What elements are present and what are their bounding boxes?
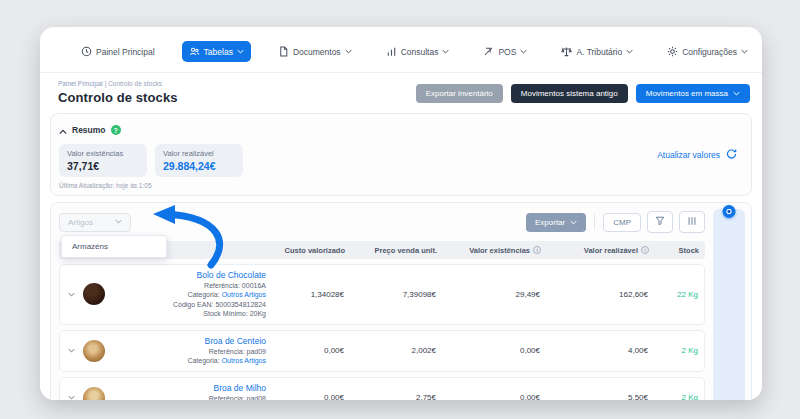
bar-chart-icon bbox=[386, 46, 397, 57]
old-system-movements-button[interactable]: Movimentos sistema antigo bbox=[511, 84, 628, 103]
export-inventory-button[interactable]: Exportar inventário bbox=[416, 84, 503, 103]
breadcrumb-separator: | bbox=[105, 80, 107, 87]
nav-consultas[interactable]: Consultas bbox=[379, 41, 457, 62]
chevron-down-icon bbox=[115, 218, 122, 227]
nav-a-tributario[interactable]: A. Tributário bbox=[554, 41, 640, 62]
cell-preco: 2,002€ bbox=[344, 346, 436, 355]
cell-valor-existencias: 29,49€ bbox=[436, 290, 540, 299]
dot-icon bbox=[727, 209, 732, 214]
article-name-link[interactable]: Broa de Milho bbox=[109, 383, 266, 393]
article-reference: Referência: pad08 bbox=[109, 394, 266, 400]
article-min-stock: Stock Mínimo: 20Kg bbox=[109, 309, 266, 318]
column-stock[interactable]: Stock bbox=[649, 246, 701, 255]
column-label: Valor existências bbox=[469, 246, 530, 255]
chevron-down-icon bbox=[520, 49, 527, 54]
column-preco-venda[interactable]: Preço venda unit. bbox=[345, 246, 437, 255]
article-reference: Referência: 00016A bbox=[109, 281, 266, 290]
bulk-movements-label: Movimentos em massa bbox=[646, 89, 728, 98]
nav-label: Painel Principal bbox=[96, 47, 155, 57]
export-button-label: Exportar bbox=[535, 218, 565, 227]
article-info: Broa de Milho Referência: pad08 Categori… bbox=[109, 383, 266, 400]
menu-item-armazens[interactable]: Armazéns bbox=[62, 236, 166, 257]
expand-chevron-icon[interactable] bbox=[64, 347, 79, 354]
chevron-down-icon bbox=[570, 218, 577, 227]
refresh-values-link[interactable]: Atualizar valores bbox=[657, 148, 737, 161]
document-icon bbox=[278, 46, 289, 57]
nav-label: POS bbox=[498, 47, 516, 57]
cell-custo: 0,00€ bbox=[266, 346, 344, 355]
column-custo-valorizado[interactable]: Custo valorizado bbox=[267, 246, 345, 255]
summary-panel: Resumo ? Valor existências 37,71€ Valor … bbox=[50, 113, 752, 196]
nav-documentos[interactable]: Documentos bbox=[271, 41, 359, 62]
refresh-link-label: Atualizar valores bbox=[657, 150, 720, 160]
article-reference: Referência: pad09 bbox=[109, 347, 266, 356]
breadcrumb-parent[interactable]: Painel Principal bbox=[58, 80, 103, 87]
cell-valor-existencias: 0,00€ bbox=[436, 393, 540, 400]
article-category: Categoria: Outros Artigos bbox=[109, 356, 266, 365]
nav-painel-principal[interactable]: Painel Principal bbox=[74, 41, 162, 62]
article-name-link[interactable]: Bolo de Chocolate bbox=[109, 270, 266, 280]
expand-chevron-icon[interactable] bbox=[64, 291, 79, 298]
category-link[interactable]: Outros Artigos bbox=[222, 291, 266, 298]
pos-icon bbox=[483, 46, 494, 57]
stock-table-panel: Artigos Exportar CMP Armazéns bbox=[50, 202, 752, 400]
cell-custo: 0,00€ bbox=[266, 393, 344, 400]
nav-pos[interactable]: POS bbox=[476, 41, 534, 62]
cell-stock: 22 Kg bbox=[648, 290, 700, 299]
cell-custo: 1,34028€ bbox=[266, 290, 344, 299]
chevron-down-icon bbox=[345, 49, 352, 54]
stat-label: Valor realizável bbox=[163, 149, 231, 158]
info-icon[interactable]: i bbox=[533, 246, 541, 254]
breadcrumb: Painel Principal | Controlo de stocks bbox=[58, 80, 178, 87]
cell-preco: 2,75€ bbox=[344, 393, 436, 400]
cell-valor-existencias: 0,00€ bbox=[436, 346, 540, 355]
expand-chevron-icon[interactable] bbox=[64, 394, 79, 400]
stat-label: Valor existências bbox=[67, 149, 135, 158]
nav-configuracoes[interactable]: Configurações bbox=[660, 41, 755, 62]
columns-button[interactable] bbox=[679, 211, 705, 233]
cell-stock: 2 Kg bbox=[648, 346, 700, 355]
table-row[interactable]: Broa de Centeio Referência: pad09 Catego… bbox=[59, 330, 705, 372]
summary-title: Resumo bbox=[72, 125, 106, 135]
side-panel-strip bbox=[713, 209, 745, 400]
divider bbox=[594, 214, 595, 230]
page-title: Controlo de stocks bbox=[58, 90, 178, 105]
help-badge[interactable]: ? bbox=[111, 125, 121, 135]
table-row[interactable]: Broa de Milho Referência: pad08 Categori… bbox=[59, 377, 705, 400]
page-header: Painel Principal | Controlo de stocks Co… bbox=[40, 73, 762, 111]
column-valor-existencias[interactable]: Valor existênciasi bbox=[437, 246, 541, 255]
gear-icon bbox=[667, 46, 678, 57]
cmp-button[interactable]: CMP bbox=[603, 213, 641, 232]
balance-icon bbox=[561, 46, 572, 57]
info-icon[interactable]: i bbox=[641, 246, 649, 254]
filter-icon bbox=[655, 216, 665, 228]
stat-valor-existencias: Valor existências 37,71€ bbox=[59, 144, 147, 177]
scope-dropdown[interactable]: Artigos bbox=[59, 213, 131, 232]
stat-value: 37,71€ bbox=[67, 160, 135, 172]
category-label: Categoria: bbox=[187, 291, 221, 298]
breadcrumb-current: Controlo de stocks bbox=[108, 80, 162, 87]
table-row[interactable]: Bolo de Chocolate Referência: 00016A Cat… bbox=[59, 264, 705, 325]
cell-stock: 2 Kg bbox=[648, 393, 700, 400]
nav-label: Consultas bbox=[401, 47, 439, 57]
nav-tabelas[interactable]: Tabelas bbox=[182, 41, 251, 62]
refresh-icon bbox=[726, 148, 737, 161]
chevron-up-icon[interactable] bbox=[59, 121, 67, 139]
stat-value: 29.884,24€ bbox=[163, 160, 231, 172]
filter-button[interactable] bbox=[647, 211, 673, 233]
article-ean: Código EAN: 5000354812824 bbox=[109, 300, 266, 309]
columns-icon bbox=[687, 216, 697, 228]
article-name-link[interactable]: Broa de Centeio bbox=[109, 336, 266, 346]
chevron-down-icon bbox=[741, 49, 748, 54]
scope-dropdown-value: Artigos bbox=[68, 218, 93, 227]
scope-dropdown-menu: Armazéns bbox=[61, 235, 167, 258]
export-button[interactable]: Exportar bbox=[526, 213, 586, 232]
cell-valor-realizavel: 4,00€ bbox=[540, 346, 648, 355]
category-link[interactable]: Outros Artigos bbox=[222, 357, 266, 364]
cell-valor-realizavel: 5,50€ bbox=[540, 393, 648, 400]
column-valor-realizavel[interactable]: Valor realizáveli bbox=[541, 246, 649, 255]
bulk-movements-button[interactable]: Movimentos em massa bbox=[636, 84, 750, 103]
chevron-down-icon bbox=[626, 49, 633, 54]
product-image bbox=[83, 387, 105, 400]
panel-toggle-button[interactable] bbox=[723, 205, 736, 218]
